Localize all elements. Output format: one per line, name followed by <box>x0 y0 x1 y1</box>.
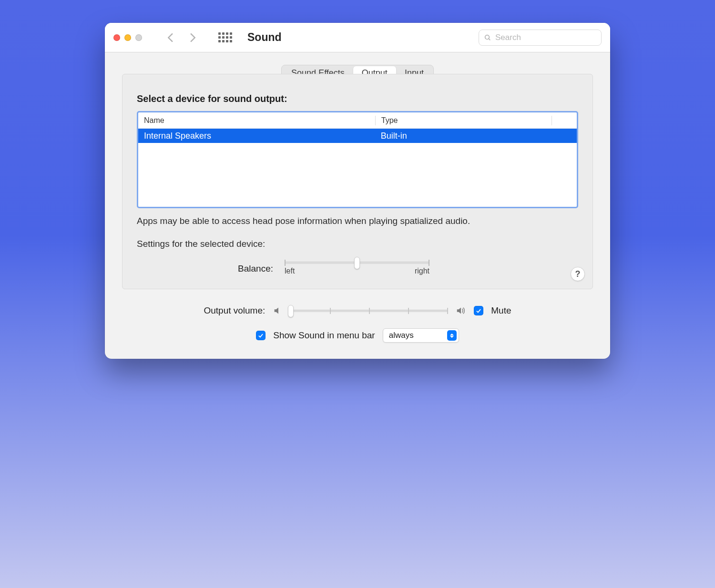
balance-thumb[interactable] <box>354 257 360 269</box>
search-input[interactable] <box>495 33 596 42</box>
volume-slider[interactable] <box>291 310 448 312</box>
speaker-high-icon <box>456 305 466 316</box>
svg-point-0 <box>485 35 490 39</box>
nav-arrows <box>169 34 194 41</box>
zoom-button[interactable] <box>135 34 142 41</box>
search-field[interactable] <box>479 30 602 46</box>
dropdown-stepper-icon <box>447 330 457 341</box>
svg-line-1 <box>489 39 490 40</box>
col-name-header[interactable]: Name <box>138 116 375 125</box>
titlebar: Sound <box>105 23 610 52</box>
table-header: Name Type <box>138 112 577 129</box>
window-controls <box>113 34 142 41</box>
mute-label: Mute <box>491 305 511 316</box>
mute-checkbox[interactable] <box>474 306 483 315</box>
device-table[interactable]: Name Type Internal Speakers Built-in <box>137 111 578 208</box>
table-row[interactable]: Internal Speakers Built-in <box>138 129 577 143</box>
device-type: Built-in <box>375 131 552 141</box>
minimize-button[interactable] <box>124 34 131 41</box>
spatial-audio-hint: Apps may be able to access head pose inf… <box>137 216 578 226</box>
col-type-header[interactable]: Type <box>376 116 552 125</box>
bottom-controls: Output volume: Mute Show Sound in menu b… <box>122 305 593 343</box>
output-volume-label: Output volume: <box>204 305 265 316</box>
section-title: Select a device for sound output: <box>137 93 578 104</box>
show-in-menubar-label: Show Sound in menu bar <box>273 330 375 341</box>
table-body: Internal Speakers Built-in <box>138 129 577 207</box>
balance-control: Balance: left right <box>137 262 578 275</box>
back-button[interactable] <box>167 33 177 42</box>
check-icon <box>257 332 264 339</box>
content: Sound Effects Output Input Select a devi… <box>105 52 610 359</box>
output-volume-row: Output volume: Mute <box>204 305 511 316</box>
page-title: Sound <box>247 31 282 44</box>
device-name: Internal Speakers <box>138 131 375 141</box>
output-panel: Select a device for sound output: Name T… <box>122 74 593 289</box>
device-settings-title: Settings for the selected device: <box>137 239 578 249</box>
forward-button[interactable] <box>186 33 196 42</box>
menubar-mode-dropdown[interactable]: always <box>383 328 459 343</box>
menubar-row: Show Sound in menu bar always <box>256 328 459 343</box>
balance-right-label: right <box>415 267 429 275</box>
volume-thumb[interactable] <box>288 305 294 317</box>
show-all-icon[interactable] <box>218 32 232 42</box>
balance-label: Balance: <box>137 264 273 274</box>
show-in-menubar-checkbox[interactable] <box>256 331 266 340</box>
search-icon <box>484 33 491 42</box>
check-icon <box>475 307 482 314</box>
preferences-window: Sound Sound Effects Output Input Select … <box>105 23 610 359</box>
close-button[interactable] <box>113 34 120 41</box>
speaker-low-icon <box>273 305 283 316</box>
balance-slider[interactable] <box>285 262 429 264</box>
dropdown-value: always <box>389 331 414 340</box>
balance-left-label: left <box>285 267 295 275</box>
help-button[interactable]: ? <box>571 267 585 281</box>
